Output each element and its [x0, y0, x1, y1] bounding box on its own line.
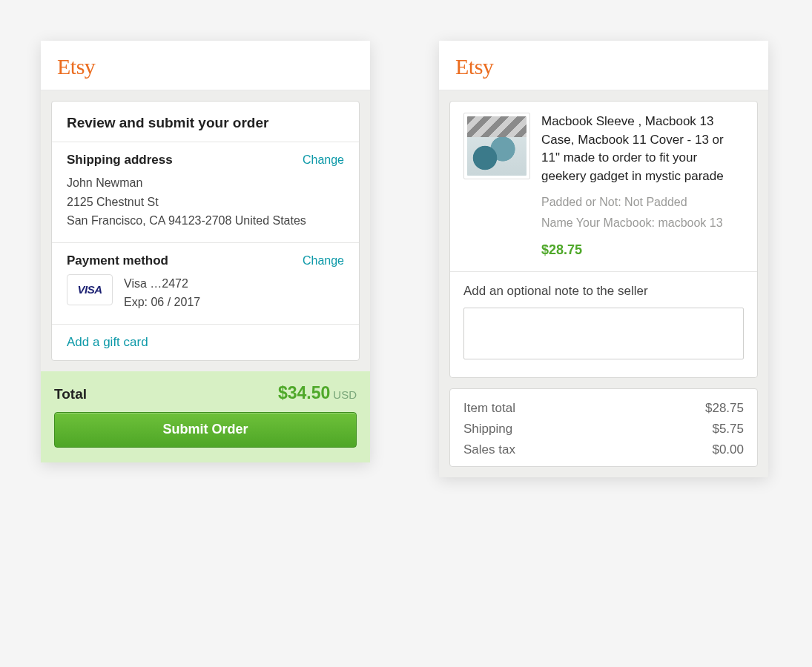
total-label: Total: [54, 386, 87, 402]
seller-note-input[interactable]: [463, 308, 744, 359]
shipping-section: Shipping address Change John Newman 2125…: [52, 142, 359, 243]
checkout-review-panel: Etsy Review and submit your order Shippi…: [41, 41, 370, 462]
gift-card-section: Add a gift card: [52, 325, 359, 360]
etsy-logo: Etsy: [455, 54, 752, 79]
panel-body: Review and submit your order Shipping ad…: [41, 90, 370, 371]
change-shipping-link[interactable]: Change: [303, 153, 344, 167]
page-title: Review and submit your order: [52, 102, 359, 142]
product-price: $28.75: [541, 242, 744, 258]
panel-body: Macbook Sleeve , Macbook 13 Case, Macboo…: [439, 90, 768, 477]
product-image-icon: [467, 116, 527, 176]
add-gift-card-link[interactable]: Add a gift card: [67, 335, 148, 349]
summary-row-shipping: Shipping $5.75: [463, 419, 744, 439]
total-currency: USD: [333, 388, 357, 401]
change-payment-link[interactable]: Change: [303, 254, 344, 268]
product-option-size: Name Your Macbook: macbook 13: [541, 214, 744, 232]
product-thumbnail[interactable]: [463, 113, 530, 179]
seller-note-label: Add an optional note to the seller: [463, 284, 744, 299]
cart-item-panel: Etsy Macbook Sleeve , Macbook 13 Case, M…: [439, 41, 768, 477]
shipping-cost-value: $5.75: [712, 422, 744, 437]
shipping-label: Shipping address: [67, 153, 173, 167]
seller-note-section: Add an optional note to the seller: [450, 271, 757, 377]
shipping-cost-label: Shipping: [463, 422, 512, 437]
visa-icon: VISA: [67, 274, 113, 305]
tax-value: $0.00: [712, 442, 744, 457]
product-option-padded: Padded or Not: Not Padded: [541, 193, 744, 211]
shipping-name: John Newman: [67, 173, 344, 193]
tax-label: Sales tax: [463, 442, 515, 457]
shipping-city: San Francisco, CA 94123-2708 United Stat…: [67, 211, 344, 230]
summary-row-item-total: Item total $28.75: [463, 398, 744, 419]
card-number: Visa …2472: [124, 274, 200, 293]
item-total-value: $28.75: [705, 401, 744, 416]
item-total-label: Item total: [463, 401, 515, 416]
product-title: Macbook Sleeve , Macbook 13 Case, Macboo…: [541, 113, 744, 186]
order-card: Review and submit your order Shipping ad…: [51, 101, 360, 361]
header: Etsy: [41, 41, 370, 90]
payment-label: Payment method: [67, 253, 168, 268]
submit-order-button[interactable]: Submit Order: [54, 412, 357, 448]
payment-section: Payment method Change VISA Visa …2472 Ex…: [52, 243, 359, 325]
etsy-logo: Etsy: [57, 54, 354, 79]
card-expiry: Exp: 06 / 2017: [124, 293, 200, 312]
order-summary: Item total $28.75 Shipping $5.75 Sales t…: [449, 388, 758, 467]
total-box: Total $34.50USD Submit Order: [41, 371, 370, 462]
shipping-street: 2125 Chestnut St: [67, 193, 344, 212]
header: Etsy: [439, 41, 768, 90]
total-amount: $34.50: [278, 383, 330, 402]
summary-row-tax: Sales tax $0.00: [463, 439, 744, 460]
product-card: Macbook Sleeve , Macbook 13 Case, Macboo…: [449, 101, 758, 378]
